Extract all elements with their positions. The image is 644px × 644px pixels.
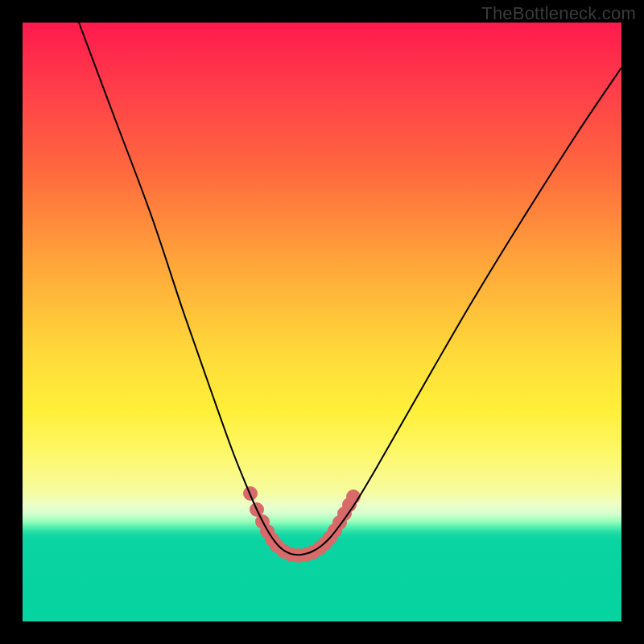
highlight-dots-group: [243, 486, 361, 563]
watermark-text: TheBottleneck.com: [481, 3, 636, 24]
plot-area: [23, 23, 621, 621]
bottleneck-curve: [79, 23, 621, 555]
chart-svg: [23, 23, 621, 621]
chart-frame: TheBottleneck.com: [0, 0, 644, 644]
